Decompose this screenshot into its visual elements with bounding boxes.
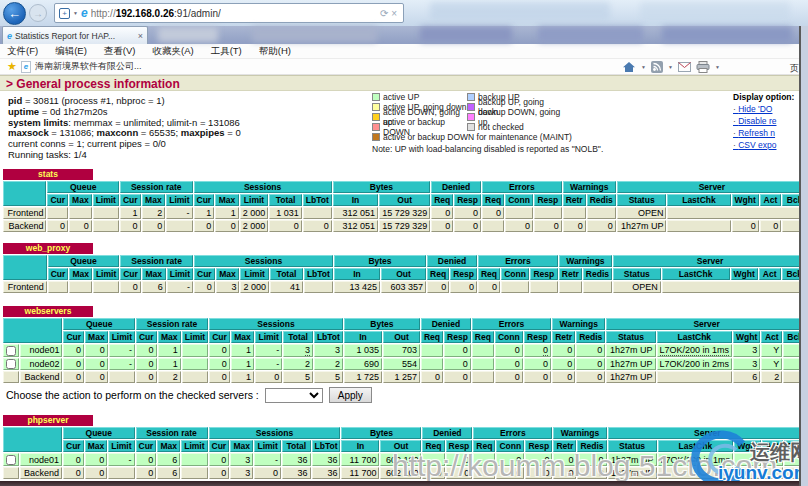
chevron-down-icon[interactable]: ▼ <box>641 64 646 70</box>
column-header: Max <box>157 440 180 452</box>
server-checkbox[interactable] <box>6 346 16 356</box>
cell: 1h27m UP <box>617 220 667 232</box>
column-header: Cur <box>209 331 230 343</box>
display-option-link[interactable]: Hide 'DO <box>733 104 808 114</box>
column-header: Cur <box>194 268 215 280</box>
column-header: Req <box>478 268 500 280</box>
status-legend: active UPbackup UPactive UP, going downb… <box>372 92 603 154</box>
page-menu-partial[interactable]: 页 <box>790 62 799 75</box>
group-header: Warnings <box>559 255 612 267</box>
column-header: Cur <box>63 331 84 343</box>
column-header: Cur <box>136 440 157 452</box>
column-header: Max <box>215 194 239 206</box>
print-icon[interactable] <box>696 61 710 73</box>
server-checkbox[interactable] <box>6 455 16 465</box>
column-header: In <box>341 440 379 452</box>
checkbox-cell <box>3 344 19 357</box>
cell: 0 <box>482 207 504 219</box>
server-checkbox[interactable] <box>6 359 16 369</box>
compatibility-view-icon[interactable]: + <box>59 8 70 19</box>
url-text[interactable]: http://192.168.0.26:91/admin/ <box>91 8 221 19</box>
cell: - <box>254 453 281 466</box>
cell: 3 <box>733 344 760 357</box>
group-header: Queue <box>48 255 120 267</box>
chevron-down-icon[interactable]: ▼ <box>668 64 673 70</box>
chevron-down-icon[interactable]: ▼ <box>73 10 78 16</box>
cell: 0 <box>136 344 157 357</box>
favorite-page-icon[interactable]: e <box>21 61 31 73</box>
group-header: Errors <box>478 255 558 267</box>
display-option-link[interactable]: CSV expo <box>733 140 808 150</box>
menu-item[interactable]: 查看(V) <box>104 45 136 58</box>
checkbox-cell <box>3 453 19 466</box>
cell: 2 <box>158 371 181 383</box>
legend-swatch <box>467 113 475 121</box>
menu-item[interactable]: 编辑(E) <box>55 45 87 58</box>
menu-item[interactable]: 工具(T) <box>211 45 242 58</box>
rss-feed-icon[interactable] <box>651 61 663 73</box>
group-header: Sessions <box>194 255 333 267</box>
cell <box>563 207 586 219</box>
close-icon[interactable]: × <box>138 31 143 41</box>
blurred-tab <box>538 27 643 42</box>
cell: 0 <box>576 371 605 383</box>
cell: 0 <box>421 371 443 383</box>
cell: 554 <box>383 358 420 371</box>
column-header: Limit <box>181 440 207 452</box>
table-title: webservers <box>3 306 93 317</box>
cell <box>181 453 207 466</box>
menu-item[interactable]: 帮助(H) <box>259 45 291 58</box>
column-header: Wght <box>732 194 759 206</box>
column-header: Cur <box>136 331 157 343</box>
table-row: node0200-0101-22690554000001h27m UPL7OK/… <box>3 358 807 371</box>
home-icon[interactable] <box>622 61 636 73</box>
cell: 0 <box>587 220 616 232</box>
column-header: Status <box>617 194 667 206</box>
forward-button[interactable]: → <box>29 4 47 22</box>
column-header: Total <box>283 331 313 343</box>
cell: 3 <box>283 344 313 357</box>
tab-title: Statistics Report for HAP... <box>15 31 135 41</box>
refresh-icon[interactable]: ⟳ × <box>380 8 399 19</box>
group-header: Session rate <box>136 427 208 439</box>
menu-item[interactable]: 收藏夹(A) <box>152 45 193 58</box>
cell: 1 <box>194 207 215 219</box>
apply-button[interactable]: Apply <box>329 387 372 403</box>
cell <box>182 344 208 357</box>
column-header: Total <box>269 194 301 206</box>
legend-note: Note: UP with load-balancing disabled is… <box>372 144 603 154</box>
column-header: Resp <box>524 331 551 343</box>
cell <box>182 358 208 371</box>
cell: 0 <box>85 344 108 357</box>
cell: 0 <box>209 358 230 371</box>
column-header: Cur <box>120 268 141 280</box>
action-select[interactable] <box>265 388 323 403</box>
cell: 0 <box>63 453 84 466</box>
column-header: Limit <box>240 268 269 280</box>
display-option-link[interactable]: Refresh n <box>733 128 808 138</box>
chevron-down-icon[interactable]: ▼ <box>715 64 720 70</box>
cell: OPEN <box>613 281 661 293</box>
favorites-star-icon[interactable]: ★ <box>7 61 17 72</box>
blurred-tab <box>158 27 218 42</box>
column-header: Limit <box>182 331 208 343</box>
cell: 690 <box>344 358 382 371</box>
group-header: Queue <box>63 318 135 330</box>
back-button[interactable]: ← <box>3 2 26 25</box>
cell <box>303 207 332 219</box>
address-bar[interactable]: + ▼ e http://192.168.0.26:91/admin/ ⟳ × <box>54 3 404 23</box>
tab-statistics-report[interactable]: e Statistics Report for HAP... × <box>2 26 148 44</box>
cell: 0 <box>209 344 230 357</box>
display-option-link[interactable]: Disable re <box>733 116 808 126</box>
menu-item[interactable]: 文件(F) <box>7 45 38 58</box>
column-header: Retr <box>563 194 586 206</box>
legend-item: active UP <box>372 92 467 102</box>
cell: 0 <box>495 358 523 371</box>
favorite-item[interactable]: 海南新境界软件有限公司... <box>35 60 142 73</box>
cell: 0 <box>194 281 215 293</box>
table-title: stats <box>3 169 93 180</box>
group-header: Queue <box>63 427 135 439</box>
column-header: In <box>333 194 378 206</box>
read-mail-icon[interactable] <box>678 62 691 72</box>
tab-row: e Statistics Report for HAP... × <box>0 26 808 44</box>
